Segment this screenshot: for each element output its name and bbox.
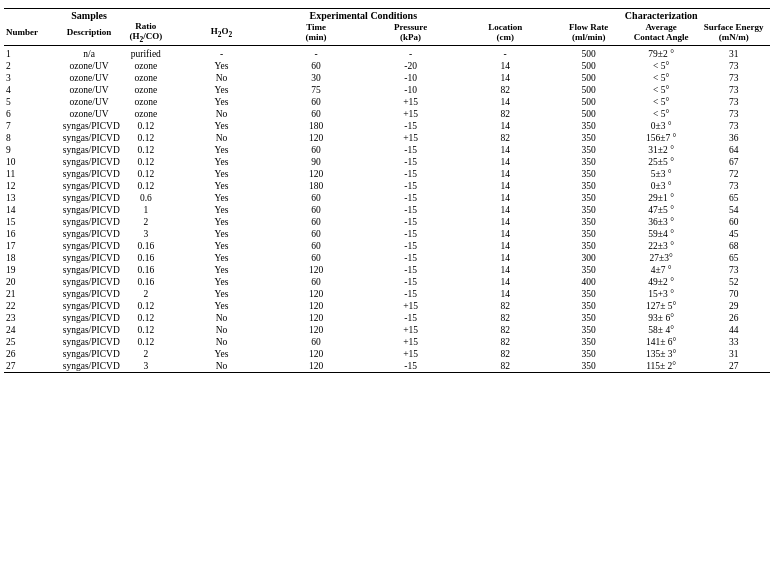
table-row: 15syngas/PICVD2Yes60-151435036±3 °60 xyxy=(4,216,770,228)
table-cell: < 5° xyxy=(625,108,697,120)
table-cell: +15 xyxy=(363,336,458,348)
table-cell: 120 xyxy=(269,348,364,360)
table-cell: -15 xyxy=(363,156,458,168)
table-cell: < 5° xyxy=(625,84,697,96)
table-row: 13syngas/PICVD0.6Yes60-151435029±1 °65 xyxy=(4,192,770,204)
table-row: 10syngas/PICVD0.12Yes90-151435025±5 °67 xyxy=(4,156,770,168)
table-cell: 22±3 ° xyxy=(625,240,697,252)
table-cell: 2 xyxy=(117,216,174,228)
table-cell: 350 xyxy=(552,288,624,300)
table-cell: Yes xyxy=(174,204,269,216)
table-cell: 14 xyxy=(458,264,553,276)
table-cell: 60 xyxy=(269,228,364,240)
table-cell: 29±1 ° xyxy=(625,192,697,204)
table-cell: syngas/PICVD xyxy=(61,192,118,204)
table-cell: 21 xyxy=(4,288,61,300)
table-cell: 350 xyxy=(552,228,624,240)
table-cell: +15 xyxy=(363,348,458,360)
col-header-description: Description xyxy=(61,21,118,45)
samples-group-header: Samples xyxy=(4,9,174,22)
table-cell: 15 xyxy=(4,216,61,228)
table-cell: 350 xyxy=(552,264,624,276)
table-cell: ozone/UV xyxy=(61,60,118,72)
table-cell: 60 xyxy=(269,108,364,120)
table-cell: n/a xyxy=(61,45,118,60)
table-cell: 60 xyxy=(269,144,364,156)
group-header-row: Samples Experimental Conditions Characte… xyxy=(4,9,770,22)
table-cell: syngas/PICVD xyxy=(61,168,118,180)
table-cell: syngas/PICVD xyxy=(61,156,118,168)
table-cell: syngas/PICVD xyxy=(61,204,118,216)
table-cell: 60 xyxy=(269,216,364,228)
table-cell: -15 xyxy=(363,168,458,180)
table-cell: 73 xyxy=(697,180,770,192)
table-cell: No xyxy=(174,312,269,324)
table-cell: 120 xyxy=(269,168,364,180)
table-cell: 0.16 xyxy=(117,264,174,276)
table-cell: syngas/PICVD xyxy=(61,240,118,252)
table-cell: 14 xyxy=(458,60,553,72)
table-cell: 31±2 ° xyxy=(625,144,697,156)
table-cell: -15 xyxy=(363,180,458,192)
table-cell: 22 xyxy=(4,300,61,312)
table-cell: -10 xyxy=(363,84,458,96)
table-cell: 82 xyxy=(458,312,553,324)
table-cell: 11 xyxy=(4,168,61,180)
data-table-body: 1n/apurified----50079±2 °312ozone/UVozon… xyxy=(4,45,770,372)
table-cell: 82 xyxy=(458,324,553,336)
table-row: 23syngas/PICVD0.12No120-158235093± 6°26 xyxy=(4,312,770,324)
col-header-flowrate: Flow Rate(ml/min) xyxy=(552,21,624,45)
table-cell: 0±3 ° xyxy=(625,120,697,132)
table-cell: 156±7 ° xyxy=(625,132,697,144)
table-cell: 65 xyxy=(697,192,770,204)
table-cell: syngas/PICVD xyxy=(61,336,118,348)
table-cell: 27 xyxy=(697,360,770,373)
table-cell: Yes xyxy=(174,120,269,132)
table-cell: 75 xyxy=(269,84,364,96)
table-cell: Yes xyxy=(174,252,269,264)
table-cell: -15 xyxy=(363,276,458,288)
table-cell: < 5° xyxy=(625,72,697,84)
table-cell: ozone/UV xyxy=(61,96,118,108)
table-cell: 60 xyxy=(269,96,364,108)
table-cell: 120 xyxy=(269,300,364,312)
table-row: 25syngas/PICVD0.12No60+1582350141± 6°33 xyxy=(4,336,770,348)
table-cell: syngas/PICVD xyxy=(61,348,118,360)
table-cell: 26 xyxy=(4,348,61,360)
table-cell: 0.12 xyxy=(117,156,174,168)
table-cell: 135± 3° xyxy=(625,348,697,360)
table-cell: -15 xyxy=(363,288,458,300)
table-cell: 350 xyxy=(552,156,624,168)
table-cell: No xyxy=(174,324,269,336)
table-cell: ozone/UV xyxy=(61,108,118,120)
table-cell: -10 xyxy=(363,72,458,84)
table-cell: 9 xyxy=(4,144,61,156)
table-cell: syngas/PICVD xyxy=(61,120,118,132)
table-cell: 1 xyxy=(4,45,61,60)
table-cell: 350 xyxy=(552,336,624,348)
table-cell: 0.12 xyxy=(117,132,174,144)
table-cell: +15 xyxy=(363,324,458,336)
table-cell: 82 xyxy=(458,132,553,144)
col-header-ratio: Ratio(H2/CO) xyxy=(117,21,174,45)
table-row: 4ozone/UVozoneYes75-1082500< 5°73 xyxy=(4,84,770,96)
table-cell: syngas/PICVD xyxy=(61,324,118,336)
table-cell: 52 xyxy=(697,276,770,288)
table-row: 12syngas/PICVD0.12Yes180-15143500±3 °73 xyxy=(4,180,770,192)
table-cell: 60 xyxy=(269,252,364,264)
table-cell: 14 xyxy=(458,240,553,252)
table-cell: 13 xyxy=(4,192,61,204)
table-cell: -15 xyxy=(363,264,458,276)
table-cell: - xyxy=(174,45,269,60)
table-cell: 17 xyxy=(4,240,61,252)
table-cell: syngas/PICVD xyxy=(61,276,118,288)
table-cell: 14 xyxy=(458,288,553,300)
table-cell: No xyxy=(174,132,269,144)
table-cell: 3 xyxy=(4,72,61,84)
table-cell: syngas/PICVD xyxy=(61,288,118,300)
table-cell: 73 xyxy=(697,72,770,84)
table-cell: 1 xyxy=(117,204,174,216)
table-row: 20syngas/PICVD0.16Yes60-151440049±2 °52 xyxy=(4,276,770,288)
table-row: 1n/apurified----50079±2 °31 xyxy=(4,45,770,60)
table-cell: 14 xyxy=(458,156,553,168)
